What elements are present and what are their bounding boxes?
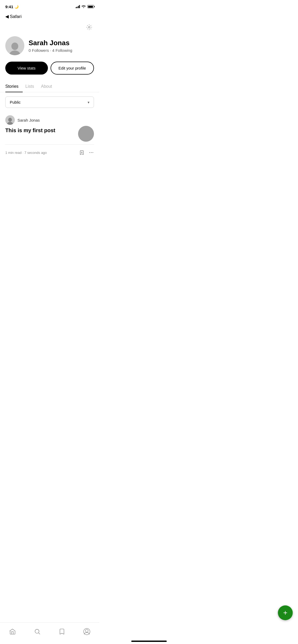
content-area: Public ▾ Sarah Jonas This is my first po… bbox=[0, 96, 99, 183]
edit-profile-button[interactable]: Edit your profile bbox=[51, 62, 94, 75]
svg-point-8 bbox=[91, 152, 92, 153]
tab-lists[interactable]: Lists bbox=[25, 81, 38, 92]
post-actions bbox=[79, 150, 94, 155]
profile-name: Sarah Jonas bbox=[29, 39, 72, 47]
svg-point-0 bbox=[88, 26, 90, 28]
svg-point-9 bbox=[93, 152, 93, 153]
battery-icon bbox=[87, 5, 94, 8]
svg-point-3 bbox=[8, 118, 12, 122]
back-button[interactable]: ◀ Safari bbox=[5, 14, 21, 19]
view-stats-button[interactable]: View stats bbox=[5, 62, 48, 75]
post-thumbnail bbox=[78, 126, 94, 142]
ellipsis-icon bbox=[89, 150, 94, 155]
visibility-dropdown[interactable]: Public ▾ bbox=[5, 96, 94, 108]
status-bar: 9:41 🌙 bbox=[0, 0, 99, 12]
wifi-icon bbox=[82, 5, 86, 9]
profile-stats: 0 Followers · 4 Following bbox=[29, 48, 72, 53]
moon-icon: 🌙 bbox=[14, 5, 19, 9]
post-author-name: Sarah Jonas bbox=[17, 118, 40, 122]
chevron-left-icon: ◀ bbox=[5, 14, 9, 19]
dropdown-label: Public bbox=[10, 100, 21, 104]
time-display: 9:41 bbox=[5, 4, 13, 9]
gear-icon bbox=[86, 24, 92, 30]
bookmark-plus-icon bbox=[79, 150, 84, 155]
svg-point-4 bbox=[7, 122, 13, 125]
post-author-row: Sarah Jonas bbox=[5, 115, 94, 125]
avatar-silhouette-icon bbox=[8, 42, 21, 55]
post-avatar-silhouette-icon bbox=[7, 117, 13, 125]
status-icons bbox=[76, 5, 94, 9]
settings-area bbox=[0, 20, 99, 34]
status-time: 9:41 🌙 bbox=[5, 4, 19, 9]
profile-section: Sarah Jonas 0 Followers · 4 Following bbox=[0, 34, 99, 61]
back-label: Safari bbox=[10, 14, 21, 19]
post-card: Sarah Jonas This is my first post 1 min … bbox=[0, 112, 99, 159]
post-meta-row: 1 min read · 7 seconds ago bbox=[5, 147, 94, 155]
svg-point-1 bbox=[11, 43, 18, 50]
settings-button[interactable] bbox=[84, 22, 94, 32]
tab-stories[interactable]: Stories bbox=[5, 81, 23, 92]
post-author-avatar bbox=[5, 115, 15, 125]
post-meta-text: 1 min read · 7 seconds ago bbox=[5, 151, 47, 155]
bookmark-add-button[interactable] bbox=[79, 150, 84, 155]
nav-back[interactable]: ◀ Safari bbox=[0, 12, 99, 20]
chevron-down-icon: ▾ bbox=[88, 100, 89, 104]
action-buttons-row: View stats Edit your profile bbox=[0, 61, 99, 80]
svg-point-2 bbox=[9, 50, 21, 55]
tab-about[interactable]: About bbox=[41, 81, 56, 92]
svg-point-7 bbox=[89, 152, 90, 153]
more-options-button[interactable] bbox=[89, 150, 94, 155]
signal-bars-icon bbox=[76, 5, 80, 8]
post-divider bbox=[5, 144, 94, 145]
profile-info: Sarah Jonas 0 Followers · 4 Following bbox=[29, 39, 72, 53]
avatar bbox=[5, 36, 24, 55]
tabs-container: Stories Lists About bbox=[0, 81, 99, 92]
